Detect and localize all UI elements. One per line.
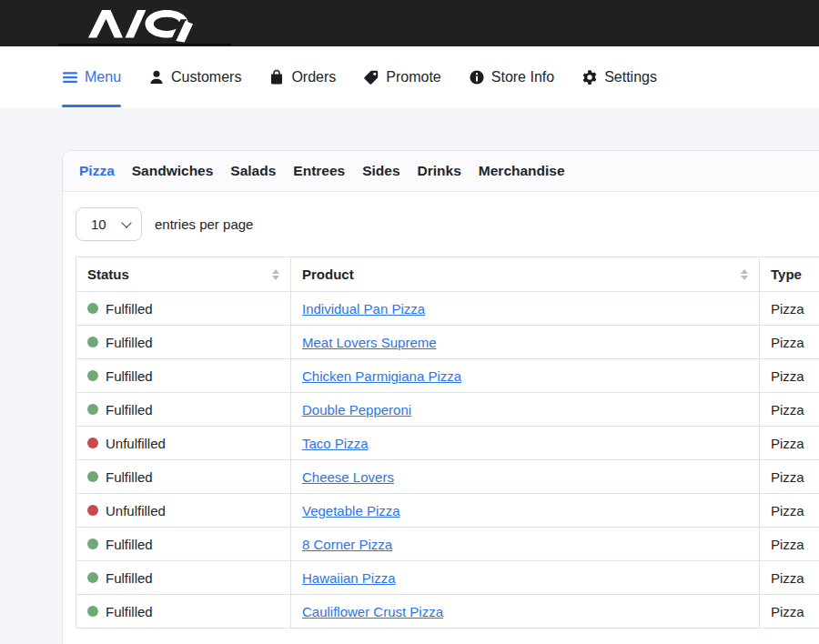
product-cell: 8 Corner Pizza: [291, 528, 760, 561]
type-cell: Pizza: [760, 460, 819, 494]
status-dot-icon: [87, 337, 98, 347]
table-row: FulfilledMeat Lovers SupremePizza: [76, 326, 819, 359]
table-row: FulfilledHawaiian PizzaPizza: [76, 561, 819, 595]
status-cell: Fulfilled: [76, 595, 291, 629]
product-link[interactable]: Vegetable Pizza: [302, 503, 400, 518]
status-dot-icon: [87, 606, 98, 617]
sort-carets-icon[interactable]: [741, 269, 748, 280]
nav-item-orders[interactable]: Orders: [268, 46, 336, 108]
status-label: Fulfilled: [106, 402, 153, 418]
tab-drinks[interactable]: Drinks: [418, 163, 461, 179]
product-cell: Cauliflower Crust Pizza: [291, 595, 760, 629]
hamburger-icon: [62, 69, 78, 86]
product-cell: Chicken Parmigiana Pizza: [291, 359, 760, 393]
product-link[interactable]: Double Pepperoni: [302, 402, 411, 418]
status-cell: Fulfilled: [76, 359, 291, 393]
nav-item-menu[interactable]: Menu: [62, 46, 121, 108]
status-cell: Fulfilled: [76, 393, 291, 427]
status-dot-icon: [87, 370, 98, 381]
status-cell: Fulfilled: [76, 292, 291, 326]
bag-icon: [268, 69, 285, 86]
nav-item-label: Promote: [386, 69, 440, 86]
status-dot-icon: [87, 438, 98, 448]
status-cell: Unfulfilled: [76, 494, 291, 528]
table-header-row: StatusProductType: [76, 257, 819, 292]
status-label: Fulfilled: [106, 368, 153, 384]
info-icon: [469, 69, 485, 86]
table-row: FulfilledDouble PepperoniPizza: [76, 393, 819, 427]
column-label: Status: [87, 267, 129, 282]
tab-sandwiches[interactable]: Sandwiches: [132, 163, 214, 179]
tag-icon: [363, 69, 379, 86]
tab-merchandise[interactable]: Merchandise: [479, 163, 565, 179]
nav-item-label: Store Info: [491, 69, 554, 86]
status-dot-icon: [87, 505, 98, 516]
aiq-logo-icon: [58, 5, 228, 45]
product-link[interactable]: Cheese Lovers: [302, 469, 394, 485]
column-label: Product: [302, 267, 354, 282]
product-cell: Taco Pizza: [291, 427, 760, 460]
page-size-select[interactable]: 10: [76, 207, 142, 241]
product-cell: Meat Lovers Supreme: [291, 326, 760, 359]
table-body: FulfilledIndividual Pan PizzaPizzaFulfil…: [76, 292, 819, 629]
card-body: 10 entries per page StatusProductType Fu…: [63, 192, 819, 644]
status-dot-icon: [87, 303, 98, 314]
table-row: UnfulfilledVegetable PizzaPizza: [76, 494, 819, 528]
nav-item-store-info[interactable]: Store Info: [469, 46, 554, 108]
status-dot-icon: [87, 404, 98, 415]
tab-entrees[interactable]: Entrees: [293, 163, 345, 179]
column-header-status[interactable]: Status: [76, 257, 291, 292]
type-cell: Pizza: [760, 494, 819, 528]
product-cell: Individual Pan Pizza: [291, 292, 760, 326]
nav-item-label: Orders: [291, 69, 336, 86]
status-label: Fulfilled: [106, 301, 153, 317]
status-dot-icon: [87, 471, 98, 482]
tab-sides[interactable]: Sides: [362, 163, 399, 179]
product-link[interactable]: Individual Pan Pizza: [302, 301, 425, 317]
status-dot-icon: [87, 572, 98, 583]
status-label: Fulfilled: [106, 604, 153, 619]
sort-carets-icon[interactable]: [272, 269, 279, 280]
nav-item-customers[interactable]: Customers: [148, 46, 241, 108]
product-link[interactable]: Taco Pizza: [302, 436, 369, 451]
status-label: Fulfilled: [106, 335, 153, 350]
product-link[interactable]: Chicken Parmigiana Pizza: [302, 368, 461, 384]
status-cell: Fulfilled: [76, 528, 291, 561]
tab-pizza[interactable]: Pizza: [79, 163, 115, 179]
status-label: Unfulfilled: [106, 503, 166, 518]
product-link[interactable]: Cauliflower Crust Pizza: [302, 604, 443, 619]
table-row: UnfulfilledTaco PizzaPizza: [76, 427, 819, 460]
product-cell: Double Pepperoni: [291, 393, 760, 427]
status-cell: Unfulfilled: [76, 427, 291, 460]
status-cell: Fulfilled: [76, 460, 291, 494]
type-cell: Pizza: [760, 528, 819, 561]
type-cell: Pizza: [760, 595, 819, 629]
product-link[interactable]: Meat Lovers Supreme: [302, 335, 437, 350]
active-tab-underline: [62, 105, 121, 107]
status-label: Unfulfilled: [106, 436, 166, 451]
type-cell: Pizza: [760, 359, 819, 393]
entries-per-page-row: 10 entries per page: [76, 207, 819, 241]
product-link[interactable]: Hawaiian Pizza: [302, 570, 396, 586]
nav-item-settings[interactable]: Settings: [581, 46, 657, 108]
column-header-type: Type: [760, 257, 819, 292]
column-header-product[interactable]: Product: [291, 257, 760, 292]
nav-item-promote[interactable]: Promote: [363, 46, 440, 108]
column-label: Type: [771, 267, 802, 282]
gear-icon: [581, 69, 598, 86]
table-row: Fulfilled8 Corner PizzaPizza: [76, 528, 819, 561]
table-row: FulfilledIndividual Pan PizzaPizza: [76, 292, 819, 326]
primary-nav: MenuCustomersOrdersPromoteStore InfoSett…: [0, 46, 819, 108]
type-cell: Pizza: [760, 393, 819, 427]
brand-logo[interactable]: [58, 5, 233, 46]
entries-per-page-label: entries per page: [155, 216, 253, 232]
page-size-select-wrap: 10: [76, 207, 142, 241]
status-label: Fulfilled: [106, 469, 153, 485]
nav-item-label: Settings: [604, 69, 657, 86]
type-cell: Pizza: [760, 292, 819, 326]
product-link[interactable]: 8 Corner Pizza: [302, 537, 392, 552]
table-row: FulfilledCheese LoversPizza: [76, 460, 819, 494]
menu-card: PizzaSandwichesSaladsEntreesSidesDrinksM…: [62, 150, 819, 644]
product-cell: Cheese Lovers: [291, 460, 760, 494]
tab-salads[interactable]: Salads: [230, 163, 276, 179]
